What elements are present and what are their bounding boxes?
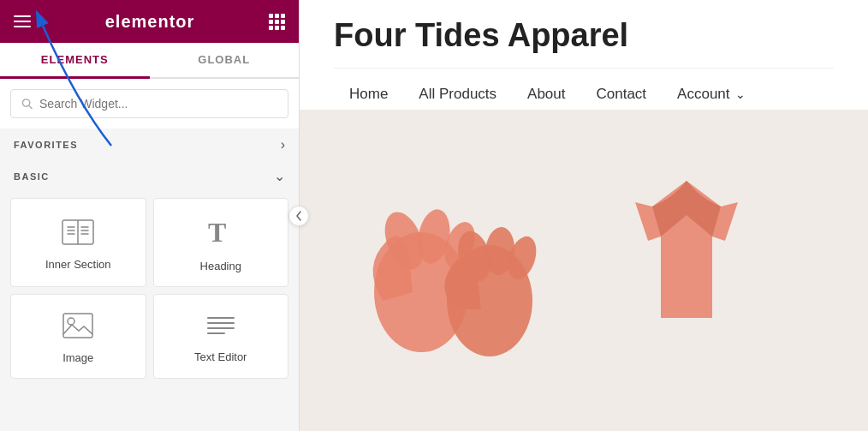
widget-image-label: Image [62, 351, 93, 364]
search-icon [21, 98, 33, 110]
grid-menu-button[interactable] [269, 14, 285, 30]
nav-about[interactable]: About [512, 79, 580, 110]
text-editor-icon [205, 313, 236, 342]
nav-contact[interactable]: Contact [581, 79, 663, 110]
elementor-logo: elementor [105, 12, 195, 32]
widget-inner-section[interactable]: Inner Section [10, 198, 146, 287]
nav-home[interactable]: Home [334, 79, 403, 110]
site-nav: Home All Products About Contact Account … [334, 68, 834, 110]
sidebar-header: elementor [0, 0, 299, 43]
main-content: Four Tides Apparel Home All Products Abo… [300, 0, 868, 431]
favorites-section-header[interactable]: FAVORITES › [0, 129, 299, 161]
inner-section-icon [61, 218, 95, 249]
widget-image[interactable]: Image [10, 294, 146, 379]
basic-expand-icon: ⌄ [274, 168, 285, 184]
widget-grid: Inner Section T Heading [0, 191, 299, 386]
svg-text:T: T [208, 217, 226, 247]
hamburger-menu-button[interactable] [14, 15, 31, 27]
site-header: Four Tides Apparel Home All Products Abo… [300, 0, 868, 110]
search-container [0, 79, 299, 129]
site-content-area [300, 110, 868, 431]
widget-inner-section-label: Inner Section [45, 258, 111, 271]
svg-rect-11 [63, 314, 92, 338]
nav-all-products[interactable]: All Products [403, 79, 512, 110]
basic-section-header[interactable]: BASIC ⌄ [0, 161, 299, 191]
clothing-illustration [301, 164, 866, 378]
nav-account-dropdown-icon: ⌄ [735, 87, 746, 101]
search-input[interactable] [39, 97, 277, 111]
svg-line-1 [29, 105, 32, 108]
sidebar-tabs: ELEMENTS GLOBAL [0, 43, 299, 79]
basic-section: BASIC ⌄ Inner Se [0, 161, 299, 431]
widget-text-editor-label: Text Editor [194, 350, 247, 363]
sidebar: elementor ELEMENTS GLOBAL FAVORITES › BA… [0, 0, 300, 431]
svg-point-12 [68, 318, 74, 325]
widget-heading-label: Heading [200, 260, 241, 272]
widget-text-editor[interactable]: Text Editor [153, 294, 289, 379]
image-icon [62, 312, 94, 343]
search-box [10, 89, 288, 118]
sidebar-collapse-button[interactable] [288, 206, 309, 226]
nav-account-label: Account [677, 86, 729, 103]
widget-heading[interactable]: T Heading [153, 198, 289, 287]
tab-global[interactable]: GLOBAL [150, 43, 300, 79]
favorites-expand-icon: › [281, 137, 285, 153]
tab-elements[interactable]: ELEMENTS [0, 43, 150, 79]
basic-label: BASIC [14, 171, 50, 182]
heading-icon: T [205, 216, 236, 251]
favorites-label: FAVORITES [14, 140, 78, 150]
site-title: Four Tides Apparel [334, 17, 834, 54]
nav-account[interactable]: Account ⌄ [662, 79, 760, 110]
